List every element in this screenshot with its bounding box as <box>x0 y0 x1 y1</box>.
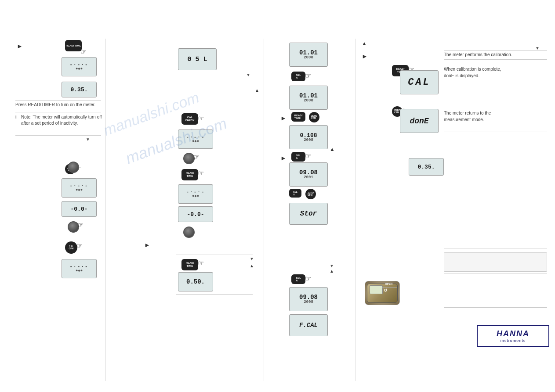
lcd-display-ticks-col1: -·-·- ●◆● <box>62 57 97 76</box>
lcd-date-col3-1: 01.01 2008 <box>289 43 328 67</box>
lcd-display-zero-col2: -0.0- <box>178 206 213 222</box>
lcd-fcal-col3: F.CAL <box>289 314 328 336</box>
divider-col4-1 <box>444 50 547 51</box>
lcd-cal-col4: CAL <box>400 70 439 94</box>
lcd-display-ticks2-col2: -·-·- ●◆● <box>178 184 213 204</box>
col-divider-3 <box>355 39 355 381</box>
hand-cursor-knob2-col1: ☞ <box>77 221 83 229</box>
instrument-image: OPEN ↺ <box>365 281 400 305</box>
hand-cursor-col1: ☞ <box>80 47 87 56</box>
hand-cursor-read-col2-bottom: ☞ <box>198 259 204 267</box>
knob-col1[interactable] <box>68 162 79 173</box>
divider-col4-whitebox-bottom <box>444 273 547 273</box>
cal-check-button-col2[interactable]: CALCHECK <box>181 113 198 125</box>
lcd-display-ticks-col2: -·-·- ●◆● <box>178 129 213 149</box>
cal-cfm-button-col1[interactable]: CALCFM <box>65 241 77 254</box>
divider-col2 <box>176 255 253 255</box>
lcd-display-ticks2-col1: -·-·- ●◆● <box>62 178 97 198</box>
hanna-logo-text: HANNA <box>497 329 530 338</box>
hand-cursor-cal-col1: ☞ <box>76 241 83 250</box>
hand-cursor-knob-col2: ☞ <box>193 153 200 161</box>
hand-cursor-sel-col3-1: ☞ <box>305 72 311 80</box>
label-col4-cal: When calibration is complete,donE is dis… <box>444 66 547 79</box>
hanna-instruments-text: instruments <box>501 338 526 343</box>
lcd-date-col3-3: 0.108 2008 <box>289 125 328 149</box>
arrow-down-col3: ▼ <box>330 263 334 268</box>
divider-col4-middle <box>444 132 547 132</box>
lcd-display-ticks3-col1: -·-·- ●◆● <box>62 259 97 278</box>
arrow-up-col2-1: ▲ <box>255 88 259 93</box>
lcd-date-col3-2: 01.01 2008 <box>289 86 328 110</box>
hand-cursor-read-col2: ☞ <box>198 169 204 177</box>
label-col4-1: The meter performs the calibration. <box>444 52 547 58</box>
read-timer-button-col2-bottom[interactable]: READ/TIME <box>181 259 198 270</box>
lcd-display-050-col2: 0.50. <box>178 272 213 291</box>
arrow-up-col3: ▲ <box>330 146 335 152</box>
sel-a-button-col3-1[interactable]: SELA <box>291 72 305 81</box>
arrow-up-col2-bottom: ▲ <box>250 263 254 268</box>
knob2-col2[interactable] <box>183 227 195 238</box>
lcd-display-05l-col2: 0 5 L <box>178 48 217 70</box>
label-col1-1: Press READ/TIMER to turn on the meter. <box>15 102 101 108</box>
divider-col1-1 <box>15 100 101 101</box>
arrow-right-col1: ► <box>17 43 23 50</box>
lcd-date-col3-4: 09.08 2001 <box>289 162 328 187</box>
arrow-down-col2-bottom: ▼ <box>250 256 254 261</box>
hanna-logo-box: HANNA instruments <box>477 325 549 347</box>
arrow-up-col4: ▲ <box>362 40 367 47</box>
divider-col4-2 <box>444 59 547 60</box>
col-divider-1 <box>105 39 106 381</box>
sel-a-button-col3-2[interactable]: SELA <box>291 152 305 162</box>
zero-cfm-button-col3[interactable]: ZEROCFM <box>309 112 319 122</box>
divider-col1-3 <box>15 135 101 136</box>
lcd-035-col4-result: 0.35. <box>409 158 444 176</box>
divider-col4-whitebox-top <box>444 248 547 248</box>
lcd-display-035-col1: 0.35. <box>62 82 97 97</box>
read-timer-button-col1[interactable]: READ/ TIME <box>65 40 82 51</box>
divider-col1-2 <box>15 112 101 112</box>
lcd-done-col4: donE <box>400 109 439 133</box>
read-timer-button-col3[interactable]: READ/TIME <box>291 112 305 122</box>
hand-cursor-sel-col3-4: ☞ <box>305 274 311 283</box>
arrow-up-col3-bottom: ▲ <box>330 269 334 273</box>
lcd-date-col3-5: 09.08 2008 <box>289 287 328 311</box>
lcd-display-zero-col1: -0.0- <box>62 201 97 217</box>
label-col1-note-text: Note: The meter will automatically turn … <box>21 114 102 126</box>
arrow-down-col1: ▼ <box>86 137 90 142</box>
watermark-text: manualshi.com <box>123 114 229 168</box>
hand-cursor-sel-col3-2: ☞ <box>305 152 311 160</box>
label-col4-done: The meter returns to themeasurement mode… <box>444 110 547 123</box>
read-timer-button-col2[interactable]: READ/TIME <box>181 169 198 180</box>
zero-cfm-button-col3-2[interactable]: ZEROCFM <box>305 189 316 199</box>
sel-a-button-col3-3[interactable]: SELA <box>289 189 301 198</box>
arrow-down-col2-1: ▼ <box>246 72 250 77</box>
divider-col2-bottom <box>176 294 253 295</box>
lcd-stor-col3: Stor <box>289 203 328 225</box>
hand-cursor-calcheck-col2: ☞ <box>198 114 204 122</box>
sel-a-button-col3-4[interactable]: SELA <box>291 274 305 284</box>
col-divider-2 <box>264 39 264 381</box>
arrow-right-col2-bottom: ► <box>144 241 150 248</box>
white-box-col4 <box>444 252 547 272</box>
arrow-right-col4: ► <box>362 53 368 60</box>
arrow-right-col3-1: ► <box>280 115 287 122</box>
divider-col4-instrument <box>444 307 547 308</box>
arrow-down-col4: ▼ <box>535 46 540 50</box>
arrow-right-col3-2: ► <box>280 155 287 162</box>
